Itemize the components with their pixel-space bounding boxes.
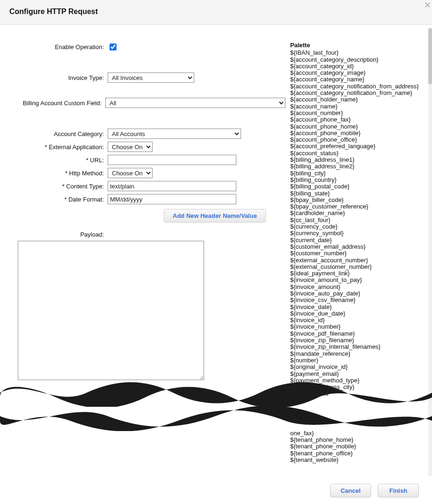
payload-label: Payload:: [14, 231, 108, 238]
palette-item[interactable]: ${account_category_name}: [290, 76, 422, 83]
palette-item[interactable]: ${billing_city}: [290, 170, 422, 177]
palette-item[interactable]: one_fax}: [290, 430, 422, 437]
palette-item[interactable]: ${billing_postal_code}: [290, 183, 422, 190]
palette-item[interactable]: ${tenant_phone_mobile}: [290, 443, 422, 450]
billing-custom-field-select[interactable]: All: [105, 98, 286, 108]
add-header-button[interactable]: Add New Header Name/Value: [164, 209, 266, 223]
palette-column: Palette ${IBAN_last_four}${account_categ…: [286, 42, 422, 463]
scrollbar-thumb[interactable]: [428, 28, 432, 84]
url-label: * URL:: [14, 157, 108, 164]
palette-item[interactable]: ${invoice_zip_filename}: [290, 337, 422, 344]
palette-item[interactable]: ${invoice_id}: [290, 317, 422, 324]
palette-item[interactable]: ${service_add: [290, 390, 422, 397]
palette-item[interactable]: ${billing_address_line1}: [290, 157, 422, 163]
external-app-label: * External Application:: [14, 144, 108, 151]
palette-item[interactable]: ${account_category_description}: [290, 57, 422, 63]
content-type-input[interactable]: [108, 181, 236, 191]
palette-item[interactable]: ${current_date}: [290, 237, 422, 244]
palette-item[interactable]: ${account_holder_name}: [290, 96, 422, 103]
date-format-label: * Date Format:: [14, 196, 108, 203]
external-app-select[interactable]: Choose One: [108, 142, 153, 152]
palette-item[interactable]: ${bpay_customer_reference}: [290, 203, 422, 210]
palette-item[interactable]: ${account_category_image}: [290, 70, 422, 76]
palette-item[interactable]: ${tenant_website}: [290, 457, 422, 463]
palette-title: Palette: [290, 42, 422, 49]
url-input[interactable]: [108, 155, 236, 165]
palette-item[interactable]: ${billing_state}: [290, 190, 422, 197]
palette-item[interactable]: ${invoice_date}: [290, 304, 422, 310]
palette-item[interactable]: ${IBAN_last_four}: [290, 50, 422, 56]
palette-item[interactable]: ${tenant_phone_home}: [290, 437, 422, 443]
palette-item[interactable]: ${invoice_number}: [290, 324, 422, 330]
form-column: Enable Operation: Invoice Type: All Invo…: [14, 42, 286, 382]
palette-item[interactable]: ${account_name}: [290, 103, 422, 110]
date-format-input[interactable]: [108, 194, 236, 204]
palette-item[interactable]: ${invoice_amount_to_pay}: [290, 277, 422, 283]
palette-item[interactable]: ${invoice_csv_filename}: [290, 297, 422, 303]
enable-operation-checkbox[interactable]: [110, 43, 117, 50]
palette-item[interactable]: ${account_category_notification_from_add…: [290, 83, 422, 90]
palette-item[interactable]: ${currency_symbol}: [290, 230, 422, 237]
palette-item[interactable]: ${account_phone_fax}: [290, 116, 422, 123]
palette-item[interactable]: ${invoice_due_date}: [290, 310, 422, 317]
palette-item[interactable]: ${ideal_payment_link}: [290, 270, 422, 277]
dialog-header: Configure HTTP Request: [0, 0, 432, 25]
finish-button[interactable]: Finish: [378, 484, 419, 497]
palette-item[interactable]: ${original_invoice_id}: [290, 364, 422, 370]
palette-item[interactable]: ${account_category_id}: [290, 63, 422, 70]
content-type-label: * Content Type:: [14, 183, 108, 190]
dialog-content: Enable Operation: Invoice Type: All Invo…: [0, 28, 428, 476]
palette-bottom-list: one_fax}${tenant_phone_home}${tenant_pho…: [290, 430, 422, 463]
palette-item[interactable]: ${billing_address_line2}: [290, 163, 422, 170]
palette-item[interactable]: ${invoice_auto_pay_date}: [290, 290, 422, 297]
invoice-type-label: Invoice Type:: [14, 74, 108, 81]
palette-item[interactable]: ${invoice_zip_internal_filenames}: [290, 344, 422, 350]
palette-item[interactable]: ${service_address_city}: [290, 384, 422, 390]
palette-item[interactable]: ${bpay_biller_code}: [290, 197, 422, 203]
palette-item[interactable]: ${number}: [290, 357, 422, 364]
palette-item[interactable]: ${customer_number}: [290, 250, 422, 257]
palette-item[interactable]: ${mandate_reference}: [290, 351, 422, 357]
palette-item[interactable]: ${payment_email}: [290, 371, 422, 377]
palette-item[interactable]: ${account_preferred_language}: [290, 143, 422, 150]
account-category-label: Account Category:: [14, 130, 108, 137]
palette-item[interactable]: ${account_status}: [290, 150, 422, 157]
palette-item[interactable]: ${external_account_number}: [290, 257, 422, 264]
palette-item[interactable]: ${customer_email_address}: [290, 244, 422, 250]
palette-item[interactable]: ${account_category_notification_from_nam…: [290, 90, 422, 96]
account-category-select[interactable]: All Accounts: [108, 129, 241, 139]
dialog-footer: Cancel Finish: [0, 484, 428, 497]
palette-item[interactable]: ${invoice_amount}: [290, 284, 422, 290]
billing-custom-field-label: Billing Account Custom Field:: [14, 100, 105, 107]
palette-item[interactable]: ${account_phone_office}: [290, 137, 422, 143]
invoice-type-select[interactable]: All Invoices: [108, 72, 194, 83]
palette-item[interactable]: ${currency_code}: [290, 223, 422, 230]
cancel-button[interactable]: Cancel: [330, 484, 371, 497]
palette-item[interactable]: ${account_phone_home}: [290, 123, 422, 130]
http-method-label: * Http Method:: [14, 170, 108, 177]
scrollbar-track[interactable]: [428, 28, 432, 476]
enable-operation-label: Enable Operation:: [14, 43, 108, 50]
payload-textarea[interactable]: [18, 241, 204, 380]
dialog-title: Configure HTTP Request: [9, 7, 423, 16]
close-icon[interactable]: ✕: [424, 1, 431, 9]
palette-item[interactable]: ${external_customer_number}: [290, 264, 422, 270]
palette-top-list: ${IBAN_last_four}${account_category_desc…: [290, 50, 422, 397]
palette-item[interactable]: ${invoice_pdf_filename}: [290, 331, 422, 337]
palette-item[interactable]: ${account_number}: [290, 110, 422, 116]
palette-item[interactable]: ${account_phone_mobile}: [290, 130, 422, 137]
palette-item[interactable]: ${tenant_phone_office}: [290, 450, 422, 457]
palette-item[interactable]: ${payment_method_type}: [290, 377, 422, 384]
palette-item[interactable]: ${cardholder_name}: [290, 210, 422, 216]
palette-item[interactable]: ${billing_country}: [290, 177, 422, 183]
palette-item[interactable]: ${cc_last_four}: [290, 217, 422, 223]
http-method-select[interactable]: Choose One: [108, 168, 153, 178]
